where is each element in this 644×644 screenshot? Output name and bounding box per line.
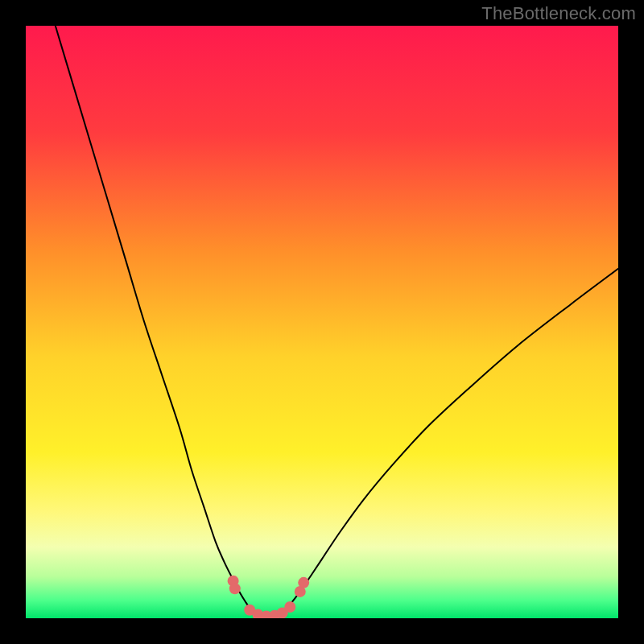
trough-marker-7 (284, 601, 295, 613)
gradient-bg (26, 26, 618, 618)
trough-marker-1 (229, 583, 241, 594)
watermark-text: TheBottleneck.com (481, 3, 636, 24)
chart-plot (26, 26, 618, 618)
outer-frame: TheBottleneck.com (0, 0, 644, 644)
trough-marker-9 (298, 577, 309, 588)
